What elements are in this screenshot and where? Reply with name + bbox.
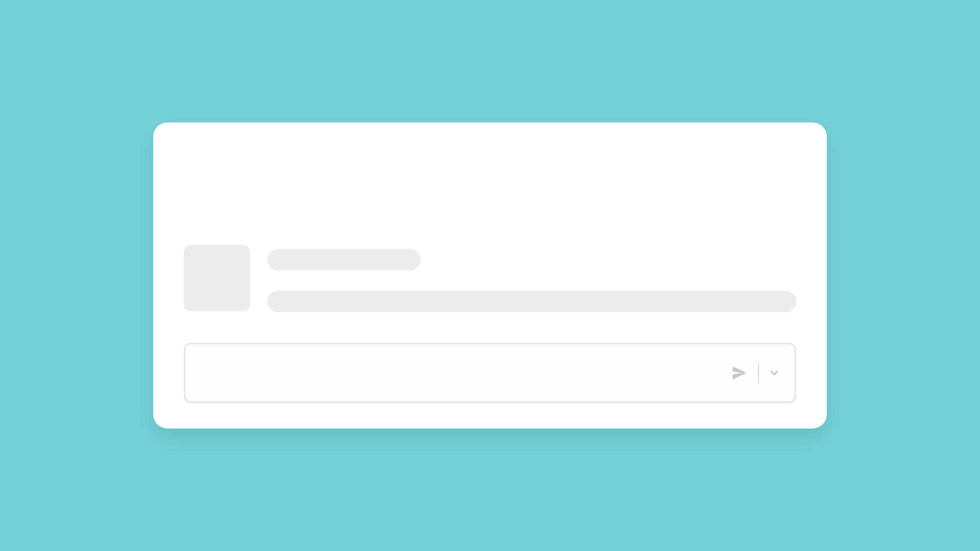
send-options-button[interactable] [768,367,780,379]
send-controls [730,363,780,383]
message-name-skeleton [267,249,421,270]
message-content [267,245,796,312]
chevron-down-icon [768,367,780,379]
message-row [184,245,796,312]
message-body-skeleton [267,291,796,312]
avatar-placeholder [184,245,250,311]
message-composer[interactable] [184,343,796,403]
message-input[interactable] [200,344,730,402]
divider [758,363,759,383]
send-button[interactable] [730,364,749,382]
send-icon [730,364,749,382]
chat-card [153,122,827,429]
